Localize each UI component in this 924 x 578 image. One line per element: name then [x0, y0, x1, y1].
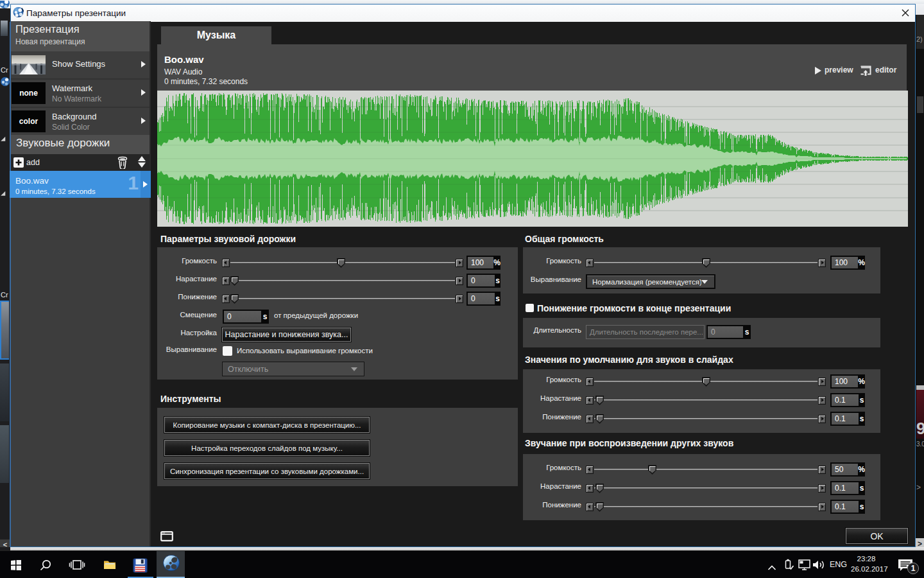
- svg-text:1: 1: [911, 564, 916, 573]
